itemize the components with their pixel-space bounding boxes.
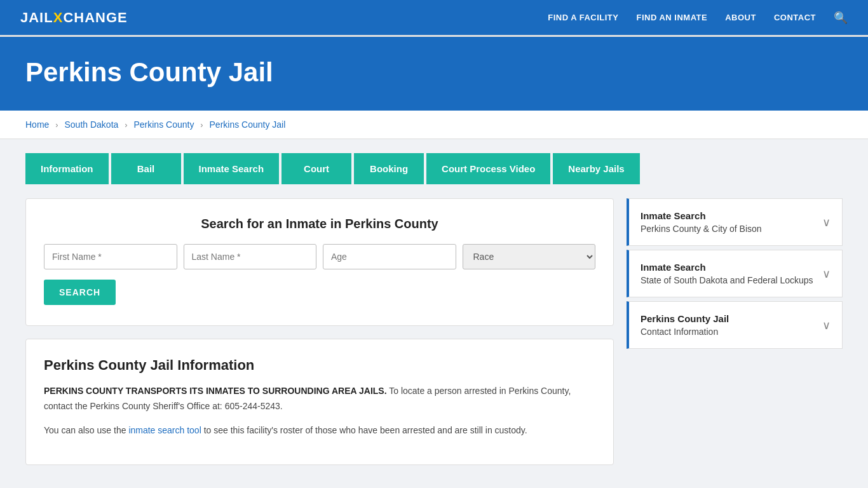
nav-about[interactable]: ABOUT — [725, 13, 756, 22]
inmate-search-link[interactable]: inmate search tool — [128, 425, 201, 435]
breadcrumb-county[interactable]: Perkins County — [133, 119, 194, 130]
tab-booking[interactable]: Booking — [354, 153, 424, 184]
logo-jail-text: JAIL — [20, 10, 53, 26]
nav-links: FIND A FACILITY FIND AN INMATE ABOUT CON… — [548, 11, 848, 25]
breadcrumb: Home › South Dakota › Perkins County › P… — [0, 111, 868, 139]
sidebar-card-inmate-search-state[interactable]: Inmate Search State of South Dakota and … — [627, 250, 843, 297]
chevron-down-icon-2: ∨ — [822, 267, 831, 281]
breadcrumb-sep-1: › — [55, 120, 58, 130]
tab-information[interactable]: Information — [25, 153, 109, 184]
main-layout: Search for an Inmate in Perkins County R… — [0, 184, 868, 488]
page-title: Perkins County Jail — [25, 57, 843, 88]
breadcrumb-sep-3: › — [200, 120, 203, 130]
tab-row: Information Bail Inmate Search Court Boo… — [0, 139, 868, 184]
chevron-down-icon-1: ∨ — [822, 215, 831, 229]
breadcrumb-jail[interactable]: Perkins County Jail — [210, 119, 286, 130]
breadcrumb-sep-2: › — [125, 120, 127, 130]
right-sidebar: Inmate Search Perkins County & City of B… — [627, 198, 843, 353]
sidebar-card-subtitle-2: State of South Dakota and Federal Lockup… — [641, 275, 813, 285]
info-paragraph-2-before-link: You can also use the — [44, 425, 128, 435]
sidebar-card-title-1: Inmate Search — [641, 210, 762, 221]
sidebar-card-text-1: Inmate Search Perkins County & City of B… — [641, 210, 762, 234]
tab-court-process-video[interactable]: Court Process Video — [426, 153, 550, 184]
last-name-input[interactable] — [184, 244, 317, 269]
age-input[interactable] — [323, 244, 456, 269]
sidebar-card-text-3: Perkins County Jail Contact Information — [641, 313, 729, 337]
sidebar-card-title-2: Inmate Search — [641, 262, 813, 273]
race-select[interactable]: Race White Black Hispanic Asian Native A… — [463, 244, 596, 269]
logo-x-text: X — [53, 10, 64, 26]
tab-court[interactable]: Court — [281, 153, 351, 184]
navbar: JAILXCHANGE FIND A FACILITY FIND AN INMA… — [0, 0, 868, 37]
sidebar-card-text-2: Inmate Search State of South Dakota and … — [641, 262, 813, 285]
search-button[interactable]: SEARCH — [44, 280, 116, 305]
nav-contact[interactable]: CONTACT — [774, 13, 816, 22]
tab-inmate-search[interactable]: Inmate Search — [184, 153, 280, 184]
sidebar-card-title-3: Perkins County Jail — [641, 313, 729, 324]
search-fields: Race White Black Hispanic Asian Native A… — [44, 244, 595, 269]
breadcrumb-state[interactable]: South Dakota — [64, 119, 118, 130]
hero-section: Perkins County Jail — [0, 37, 868, 111]
sidebar-card-header-2: Inmate Search State of South Dakota and … — [629, 250, 842, 297]
tab-bail[interactable]: Bail — [111, 153, 181, 184]
nav-find-inmate[interactable]: FIND AN INMATE — [636, 13, 707, 22]
nav-find-facility[interactable]: FIND A FACILITY — [548, 13, 618, 22]
sidebar-card-header-3: Perkins County Jail Contact Information … — [629, 302, 842, 348]
info-paragraph-1: PERKINS COUNTY TRANSPORTS ITS INMATES TO… — [44, 384, 595, 414]
tab-nearby-jails[interactable]: Nearby Jails — [553, 153, 639, 184]
info-bold-warning: PERKINS COUNTY TRANSPORTS ITS INMATES TO… — [44, 386, 387, 396]
sidebar-card-inmate-search-local[interactable]: Inmate Search Perkins County & City of B… — [627, 198, 843, 246]
search-icon-button[interactable]: 🔍 — [834, 11, 848, 25]
sidebar-card-subtitle-3: Contact Information — [641, 327, 729, 337]
first-name-input[interactable] — [44, 244, 177, 269]
search-title: Search for an Inmate in Perkins County — [44, 217, 595, 231]
sidebar-card-header-1: Inmate Search Perkins County & City of B… — [629, 199, 842, 245]
info-paragraph-2: You can also use the inmate search tool … — [44, 423, 595, 438]
chevron-down-icon-3: ∨ — [822, 318, 831, 332]
search-box: Search for an Inmate in Perkins County R… — [25, 198, 614, 326]
logo-exchange-text: CHANGE — [63, 10, 127, 26]
sidebar-card-subtitle-1: Perkins County & City of Bison — [641, 224, 762, 234]
sidebar-card-contact-info[interactable]: Perkins County Jail Contact Information … — [627, 301, 843, 349]
left-content: Search for an Inmate in Perkins County R… — [25, 198, 614, 465]
info-box: Perkins County Jail Information PERKINS … — [25, 339, 614, 465]
info-title: Perkins County Jail Information — [44, 357, 595, 374]
logo: JAILXCHANGE — [20, 10, 128, 26]
info-paragraph-2-after-link: to see this facility's roster of those w… — [201, 425, 527, 435]
breadcrumb-home[interactable]: Home — [25, 119, 49, 130]
